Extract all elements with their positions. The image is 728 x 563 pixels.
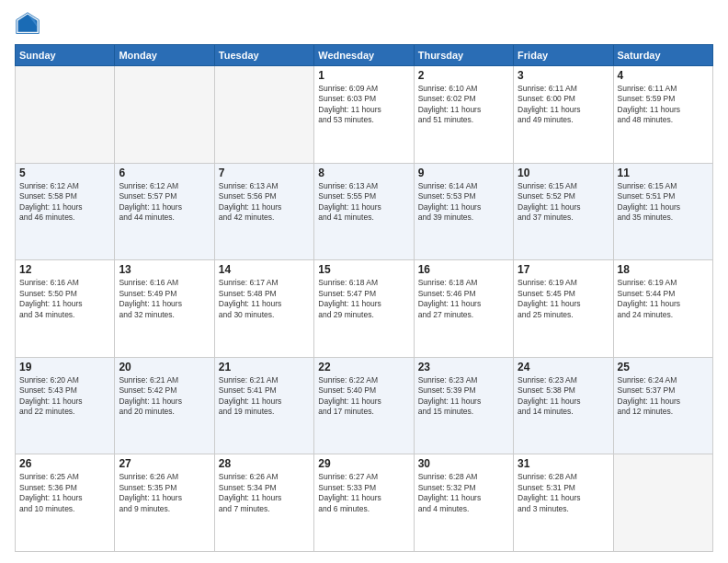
table-row: [613, 454, 712, 552]
table-row: 29Sunrise: 6:27 AM Sunset: 5:33 PM Dayli…: [314, 454, 414, 552]
generalblue-logo-icon: [15, 11, 40, 37]
day-info: Sunrise: 6:11 AM Sunset: 5:59 PM Dayligh…: [618, 84, 709, 126]
table-row: 25Sunrise: 6:24 AM Sunset: 5:37 PM Dayli…: [613, 357, 712, 454]
day-info: Sunrise: 6:17 AM Sunset: 5:48 PM Dayligh…: [219, 278, 310, 320]
weekday-header-tuesday: Tuesday: [214, 45, 313, 66]
table-row: [16, 66, 115, 164]
calendar-week-row: 19Sunrise: 6:20 AM Sunset: 5:43 PM Dayli…: [16, 357, 713, 454]
table-row: 10Sunrise: 6:15 AM Sunset: 5:52 PM Dayli…: [514, 163, 613, 260]
day-number: 18: [618, 263, 709, 276]
day-info: Sunrise: 6:15 AM Sunset: 5:52 PM Dayligh…: [518, 181, 609, 224]
table-row: 18Sunrise: 6:19 AM Sunset: 5:44 PM Dayli…: [613, 260, 712, 358]
day-info: Sunrise: 6:28 AM Sunset: 5:31 PM Dayligh…: [518, 472, 609, 514]
day-info: Sunrise: 6:13 AM Sunset: 5:56 PM Dayligh…: [219, 181, 310, 224]
day-number: 16: [418, 263, 509, 276]
day-info: Sunrise: 6:12 AM Sunset: 5:58 PM Dayligh…: [19, 181, 110, 224]
table-row: 16Sunrise: 6:18 AM Sunset: 5:46 PM Dayli…: [414, 260, 513, 358]
table-row: 30Sunrise: 6:28 AM Sunset: 5:32 PM Dayli…: [414, 454, 513, 552]
day-info: Sunrise: 6:27 AM Sunset: 5:33 PM Dayligh…: [318, 472, 409, 514]
calendar-table: SundayMondayTuesdayWednesdayThursdayFrid…: [15, 44, 713, 552]
day-number: 17: [518, 263, 609, 276]
table-row: 21Sunrise: 6:21 AM Sunset: 5:41 PM Dayli…: [214, 357, 313, 454]
day-number: 14: [219, 263, 310, 276]
day-number: 10: [518, 167, 609, 179]
day-info: Sunrise: 6:13 AM Sunset: 5:55 PM Dayligh…: [318, 181, 409, 224]
table-row: 15Sunrise: 6:18 AM Sunset: 5:47 PM Dayli…: [314, 260, 414, 358]
day-number: 1: [318, 69, 409, 82]
weekday-header-sunday: Sunday: [16, 45, 115, 66]
day-number: 23: [418, 361, 509, 373]
day-info: Sunrise: 6:28 AM Sunset: 5:32 PM Dayligh…: [418, 472, 509, 514]
day-info: Sunrise: 6:18 AM Sunset: 5:47 PM Dayligh…: [318, 278, 409, 320]
weekday-header-saturday: Saturday: [613, 45, 712, 66]
day-number: 31: [518, 457, 609, 470]
day-info: Sunrise: 6:10 AM Sunset: 6:02 PM Dayligh…: [418, 84, 509, 126]
table-row: 28Sunrise: 6:26 AM Sunset: 5:34 PM Dayli…: [214, 454, 313, 552]
table-row: [214, 66, 313, 164]
table-row: 2Sunrise: 6:10 AM Sunset: 6:02 PM Daylig…: [414, 66, 513, 164]
day-info: Sunrise: 6:21 AM Sunset: 5:42 PM Dayligh…: [119, 375, 210, 418]
header: [15, 11, 713, 37]
day-number: 21: [219, 361, 310, 373]
day-number: 2: [418, 69, 509, 82]
table-row: 4Sunrise: 6:11 AM Sunset: 5:59 PM Daylig…: [613, 66, 712, 164]
table-row: 7Sunrise: 6:13 AM Sunset: 5:56 PM Daylig…: [214, 163, 313, 260]
table-row: 5Sunrise: 6:12 AM Sunset: 5:58 PM Daylig…: [16, 163, 115, 260]
day-info: Sunrise: 6:26 AM Sunset: 5:34 PM Dayligh…: [219, 472, 310, 514]
day-number: 6: [119, 167, 210, 179]
day-number: 13: [119, 263, 210, 276]
table-row: 27Sunrise: 6:26 AM Sunset: 5:35 PM Dayli…: [115, 454, 214, 552]
day-number: 15: [318, 263, 409, 276]
calendar-week-row: 1Sunrise: 6:09 AM Sunset: 6:03 PM Daylig…: [16, 66, 713, 164]
day-number: 22: [318, 361, 409, 373]
day-info: Sunrise: 6:12 AM Sunset: 5:57 PM Dayligh…: [119, 181, 210, 224]
day-number: 28: [219, 457, 310, 470]
table-row: 12Sunrise: 6:16 AM Sunset: 5:50 PM Dayli…: [16, 260, 115, 358]
table-row: 22Sunrise: 6:22 AM Sunset: 5:40 PM Dayli…: [314, 357, 414, 454]
table-row: 8Sunrise: 6:13 AM Sunset: 5:55 PM Daylig…: [314, 163, 414, 260]
day-info: Sunrise: 6:24 AM Sunset: 5:37 PM Dayligh…: [618, 375, 709, 418]
table-row: [115, 66, 214, 164]
day-info: Sunrise: 6:16 AM Sunset: 5:50 PM Dayligh…: [19, 278, 110, 320]
day-number: 27: [119, 457, 210, 470]
table-row: 9Sunrise: 6:14 AM Sunset: 5:53 PM Daylig…: [414, 163, 513, 260]
day-number: 25: [618, 361, 709, 373]
table-row: 19Sunrise: 6:20 AM Sunset: 5:43 PM Dayli…: [16, 357, 115, 454]
day-info: Sunrise: 6:20 AM Sunset: 5:43 PM Dayligh…: [19, 375, 110, 418]
day-info: Sunrise: 6:21 AM Sunset: 5:41 PM Dayligh…: [219, 375, 310, 418]
day-info: Sunrise: 6:19 AM Sunset: 5:45 PM Dayligh…: [518, 278, 609, 320]
table-row: 24Sunrise: 6:23 AM Sunset: 5:38 PM Dayli…: [514, 357, 613, 454]
table-row: 6Sunrise: 6:12 AM Sunset: 5:57 PM Daylig…: [115, 163, 214, 260]
weekday-header-friday: Friday: [514, 45, 613, 66]
day-info: Sunrise: 6:09 AM Sunset: 6:03 PM Dayligh…: [318, 84, 409, 126]
table-row: 14Sunrise: 6:17 AM Sunset: 5:48 PM Dayli…: [214, 260, 313, 358]
day-number: 19: [19, 361, 110, 373]
calendar-week-row: 12Sunrise: 6:16 AM Sunset: 5:50 PM Dayli…: [16, 260, 713, 358]
weekday-header-monday: Monday: [115, 45, 214, 66]
table-row: 31Sunrise: 6:28 AM Sunset: 5:31 PM Dayli…: [514, 454, 613, 552]
calendar-week-row: 5Sunrise: 6:12 AM Sunset: 5:58 PM Daylig…: [16, 163, 713, 260]
table-row: 11Sunrise: 6:15 AM Sunset: 5:51 PM Dayli…: [613, 163, 712, 260]
day-number: 5: [19, 167, 110, 179]
table-row: 1Sunrise: 6:09 AM Sunset: 6:03 PM Daylig…: [314, 66, 414, 164]
day-number: 29: [318, 457, 409, 470]
table-row: 26Sunrise: 6:25 AM Sunset: 5:36 PM Dayli…: [16, 454, 115, 552]
day-number: 3: [518, 69, 609, 82]
weekday-header-row: SundayMondayTuesdayWednesdayThursdayFrid…: [16, 45, 713, 66]
day-number: 26: [19, 457, 110, 470]
day-number: 7: [219, 167, 310, 179]
day-number: 8: [318, 167, 409, 179]
day-info: Sunrise: 6:23 AM Sunset: 5:39 PM Dayligh…: [418, 375, 509, 418]
day-info: Sunrise: 6:19 AM Sunset: 5:44 PM Dayligh…: [618, 278, 709, 320]
day-info: Sunrise: 6:14 AM Sunset: 5:53 PM Dayligh…: [418, 181, 509, 224]
day-number: 11: [618, 167, 709, 179]
day-info: Sunrise: 6:18 AM Sunset: 5:46 PM Dayligh…: [418, 278, 509, 320]
day-info: Sunrise: 6:26 AM Sunset: 5:35 PM Dayligh…: [119, 472, 210, 514]
day-number: 9: [418, 167, 509, 179]
page: SundayMondayTuesdayWednesdayThursdayFrid…: [0, 0, 728, 563]
day-number: 24: [518, 361, 609, 373]
day-info: Sunrise: 6:15 AM Sunset: 5:51 PM Dayligh…: [618, 181, 709, 224]
day-info: Sunrise: 6:22 AM Sunset: 5:40 PM Dayligh…: [318, 375, 409, 418]
table-row: 20Sunrise: 6:21 AM Sunset: 5:42 PM Dayli…: [115, 357, 214, 454]
logo: [15, 11, 44, 37]
